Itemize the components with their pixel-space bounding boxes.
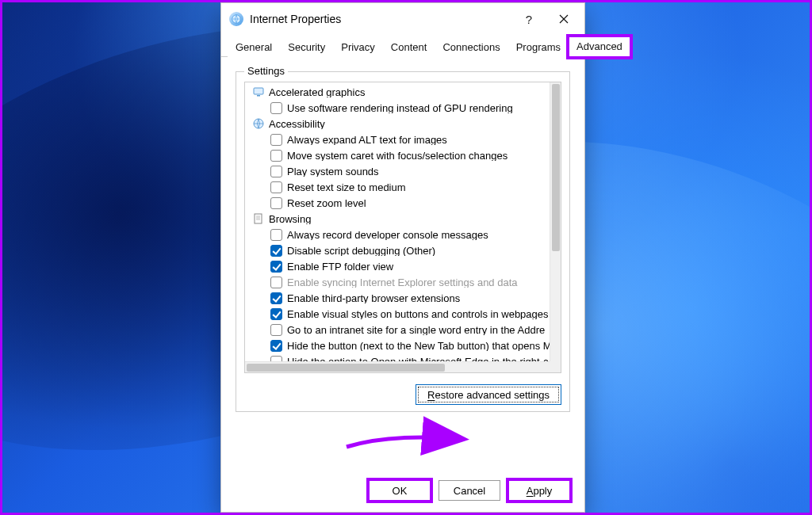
setting-checkbox[interactable]: Go to an intranet site for a single word… — [248, 322, 550, 338]
settings-tree[interactable]: Accelerated graphicsUse software renderi… — [244, 82, 561, 373]
checkbox-icon — [270, 261, 282, 273]
page-icon — [253, 213, 264, 224]
vertical-scrollbar[interactable] — [550, 82, 561, 361]
setting-checkbox[interactable]: Enable third-party browser extensions — [248, 290, 550, 306]
setting-checkbox[interactable]: Play system sounds — [248, 163, 550, 179]
globe-icon — [253, 118, 264, 129]
horizontal-scrollbar[interactable] — [245, 361, 550, 372]
setting-checkbox[interactable]: Reset zoom level — [248, 195, 550, 211]
tab-general[interactable]: General — [228, 37, 280, 57]
checkbox-icon — [270, 277, 282, 288]
cancel-button[interactable]: Cancel — [439, 480, 500, 501]
tab-connections[interactable]: Connections — [435, 37, 508, 57]
checkbox-icon — [270, 324, 282, 336]
close-button[interactable] — [546, 3, 581, 35]
ok-button[interactable]: OK — [369, 480, 431, 501]
close-icon — [559, 14, 569, 24]
fieldset-legend: Settings — [244, 65, 288, 77]
checkbox-icon — [270, 340, 282, 352]
setting-checkbox[interactable]: Always expand ALT text for images — [248, 132, 550, 147]
internet-properties-dialog: Internet Properties ? GeneralSecurityPri… — [220, 2, 585, 513]
setting-checkbox[interactable]: Hide the option to Open with Microsoft E… — [248, 353, 550, 361]
advanced-tab-panel: Settings Accelerated graphicsUse softwar… — [221, 57, 584, 472]
tab-security[interactable]: Security — [280, 37, 333, 57]
setting-checkbox[interactable]: Use software rendering instead of GPU re… — [248, 100, 550, 116]
monitor-icon — [253, 86, 264, 97]
checkbox-icon — [270, 245, 282, 257]
setting-checkbox[interactable]: Enable visual styles on buttons and cont… — [248, 306, 550, 322]
category-browsing: Browsing — [248, 211, 550, 227]
category-accelerated-graphics: Accelerated graphics — [248, 84, 550, 100]
checkbox-icon — [270, 181, 282, 193]
dialog-footer: OK Cancel Apply — [221, 472, 584, 512]
checkbox-icon — [270, 308, 282, 320]
help-button[interactable]: ? — [511, 3, 546, 35]
setting-checkbox: Enable syncing Internet Explorer setting… — [248, 274, 550, 290]
tab-strip: GeneralSecurityPrivacyContentConnections… — [221, 35, 584, 57]
tab-programs[interactable]: Programs — [508, 37, 569, 57]
svg-rect-4 — [255, 214, 262, 223]
svg-rect-1 — [254, 88, 263, 94]
tab-privacy[interactable]: Privacy — [333, 37, 383, 57]
window-title: Internet Properties — [250, 13, 341, 25]
checkbox-icon — [270, 102, 282, 114]
checkbox-icon — [270, 166, 282, 177]
setting-checkbox[interactable]: Always record developer console messages — [248, 227, 550, 242]
checkbox-icon — [270, 197, 282, 209]
tab-content[interactable]: Content — [383, 37, 435, 57]
tab-advanced[interactable]: Advanced — [569, 36, 630, 57]
settings-fieldset: Settings Accelerated graphicsUse softwar… — [236, 71, 570, 412]
category-accessibility: Accessibility — [248, 116, 550, 132]
svg-rect-2 — [257, 95, 260, 97]
checkbox-icon — [270, 292, 282, 304]
setting-checkbox[interactable]: Enable FTP folder view — [248, 258, 550, 274]
internet-options-icon — [229, 12, 243, 26]
restore-advanced-settings-button[interactable]: Restore advanced settings — [416, 384, 561, 405]
setting-checkbox[interactable]: Disable script debugging (Other) — [248, 242, 550, 258]
checkbox-icon — [270, 150, 282, 162]
setting-checkbox[interactable]: Move system caret with focus/selection c… — [248, 147, 550, 163]
setting-checkbox[interactable]: Reset text size to medium — [248, 179, 550, 195]
setting-checkbox[interactable]: Hide the button (next to the New Tab but… — [248, 338, 550, 353]
checkbox-icon — [270, 229, 282, 241]
checkbox-icon — [270, 134, 282, 146]
apply-button[interactable]: Apply — [508, 480, 570, 501]
checkbox-icon — [270, 356, 282, 362]
titlebar: Internet Properties ? — [221, 3, 584, 35]
